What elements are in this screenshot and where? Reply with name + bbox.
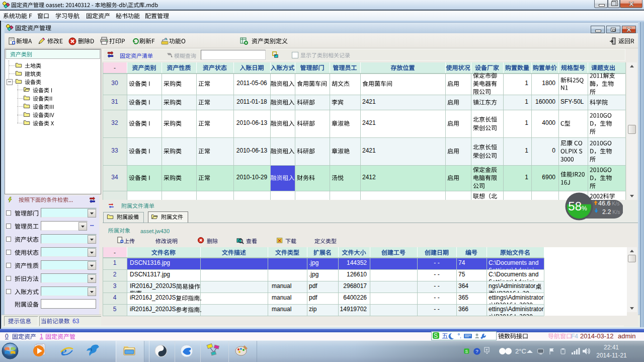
svg-text:S: S bbox=[465, 349, 468, 354]
svg-text:S: S bbox=[434, 332, 438, 339]
svg-text:2.2 K/s: 2.2 K/s bbox=[602, 208, 620, 215]
svg-text:46.6 K/s: 46.6 K/s bbox=[598, 200, 619, 207]
svg-text:,: , bbox=[460, 333, 461, 339]
svg-text:?: ? bbox=[475, 348, 478, 354]
